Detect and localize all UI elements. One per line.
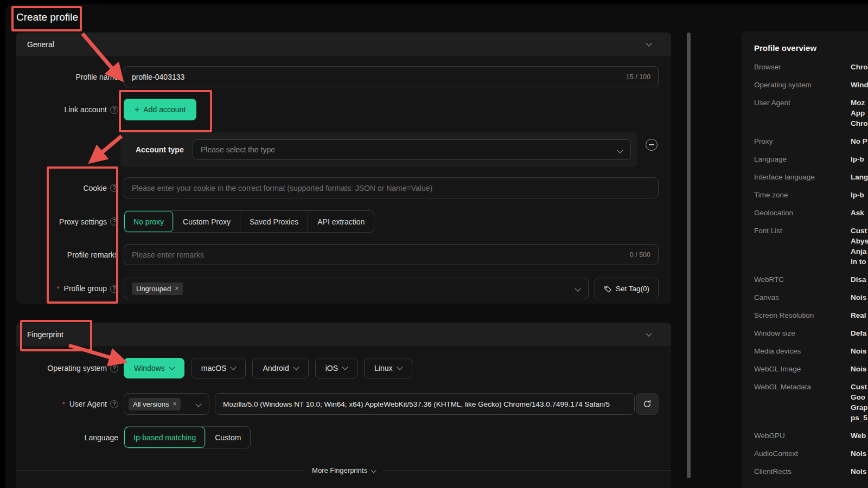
ua-versions-select[interactable]: All versions × (124, 393, 209, 415)
profile-name-input[interactable]: profile-0403133 15 / 100 (124, 66, 659, 87)
overview-row-label: Window size (754, 328, 851, 338)
overview-row-label: Time zone (754, 190, 851, 200)
required-asterisk: * (57, 285, 60, 293)
refresh-user-agent-button[interactable] (636, 393, 659, 415)
required-asterisk: * (62, 400, 65, 408)
profile-overview-rows: BrowserChroOperating systemWindUser Agen… (754, 62, 868, 477)
overview-row: Font ListCustAbysAnjain to (754, 226, 868, 267)
overview-row-value: Disa (851, 274, 866, 285)
language-tab-ip-based-matching[interactable]: Ip-based matching (124, 427, 206, 448)
user-agent-row: * User Agent ? All versions × Mozilla/5.… (16, 393, 671, 415)
os-button-label: iOS (326, 364, 338, 373)
os-button-windows[interactable]: Windows (124, 358, 184, 378)
remove-tag-icon[interactable]: × (173, 400, 176, 408)
os-button-label: Android (263, 364, 289, 373)
help-icon[interactable]: ? (110, 184, 118, 192)
more-fingerprints-row: More Fingerprints (16, 466, 671, 474)
chevron-down-icon (342, 364, 348, 370)
user-agent-input[interactable]: Mozilla/5.0 (Windows NT 10.0; Win64; x64… (215, 393, 635, 415)
remove-tag-icon[interactable]: × (175, 285, 178, 292)
add-account-button[interactable]: + + Add account Add account (124, 99, 196, 120)
overview-row: AudioContextNois (754, 448, 868, 459)
overview-row-label: Media devices (754, 346, 851, 356)
proxy-tab-api-extraction[interactable]: API extraction (308, 211, 374, 232)
overview-row-value: Web (851, 431, 866, 441)
help-icon[interactable]: ? (110, 285, 118, 293)
overview-row-value: CustAbysAnjain to (851, 226, 868, 267)
link-account-row: Link account ? + + Add account Add accou… (16, 99, 671, 120)
help-icon[interactable]: ? (110, 217, 118, 226)
profile-group-label: * Profile group ? (16, 284, 118, 293)
overview-row-label: Browser (754, 62, 851, 72)
proxy-settings-row: Proxy settings ? No proxyCustom ProxySav… (16, 210, 671, 233)
screen: Create profile General Profile name prof… (0, 0, 868, 488)
account-type-placeholder: Please select the type (201, 145, 275, 154)
overview-row-value: Nois (851, 448, 866, 459)
cookie-input[interactable]: Please enter your cookie in the correct … (124, 177, 659, 198)
os-button-android[interactable]: Android (252, 358, 308, 378)
account-type-select[interactable]: Please select the type (193, 139, 631, 160)
profile-group-select[interactable]: Ungrouped × (124, 278, 589, 299)
more-fingerprints-button[interactable]: More Fingerprints (304, 466, 383, 474)
overview-row-value: MozAppChro (851, 98, 868, 129)
overview-row-value: Ip-b (851, 190, 864, 200)
divider (383, 470, 671, 471)
profile-remarks-row: Profile remarks Please enter remarks 0 /… (16, 244, 671, 265)
overview-row-label: Proxy (754, 136, 851, 146)
overview-row: ProxyNo P (754, 136, 868, 146)
proxy-tab-custom-proxy[interactable]: Custom Proxy (174, 211, 240, 232)
overview-row-value: No P (851, 136, 867, 146)
overview-row: Media devicesNois (754, 346, 868, 356)
overview-row: WebGL MetadataCustGooGrapps_5 (754, 382, 868, 423)
language-label: Language (16, 433, 118, 442)
chevron-down-icon (397, 364, 403, 370)
os-button-linux[interactable]: Linux (364, 358, 412, 378)
operating-system-row: Operating system ? WindowsmacOSAndroidiO… (16, 358, 671, 378)
language-tab-group: Ip-based matchingCustom (124, 426, 251, 448)
overview-row: CanvasNois (754, 292, 868, 303)
overview-row-label: Font List (754, 226, 851, 267)
os-button-group: WindowsmacOSAndroidiOSLinux (124, 358, 412, 378)
language-tab-custom[interactable]: Custom (206, 427, 250, 448)
linked-account-panel: Account type Please select the type (120, 132, 637, 167)
profile-name-value: profile-0403133 (132, 73, 184, 81)
os-button-macos[interactable]: macOS (191, 358, 246, 378)
overview-row-label: WebGL Image (754, 364, 851, 374)
profile-name-label: Profile name (16, 73, 118, 81)
overview-row: BrowserChro (754, 62, 868, 72)
profile-remarks-input[interactable]: Please enter remarks 0 / 500 (124, 244, 659, 265)
profile-overview-panel: Profile overview BrowserChroOperating sy… (742, 31, 868, 488)
proxy-tab-no-proxy[interactable]: No proxy (124, 211, 174, 232)
page-title: Create profile (16, 11, 78, 23)
overview-row-value: Nois (851, 292, 866, 303)
chevron-down-icon (646, 40, 652, 46)
chevron-down-icon (646, 330, 652, 336)
profile-name-counter: 15 / 100 (626, 67, 650, 87)
overview-row: Screen ResolutionReal (754, 310, 868, 320)
os-button-ios[interactable]: iOS (315, 358, 358, 378)
overview-row-value: Defa (851, 328, 866, 338)
set-tag-button[interactable]: Set Tag(0) (595, 278, 659, 299)
remove-account-button[interactable] (646, 139, 658, 151)
profile-name-row: Profile name profile-0403133 15 / 100 (16, 66, 671, 87)
overview-row: GeolocationAsk (754, 208, 868, 218)
profile-remarks-counter: 0 / 500 (630, 245, 650, 265)
help-icon[interactable]: ? (110, 364, 118, 373)
overview-row: Operating systemWind (754, 80, 868, 90)
cookie-placeholder: Please enter your cookie in the correct … (132, 184, 432, 192)
help-icon[interactable]: ? (110, 400, 118, 408)
fingerprint-section-header[interactable]: Fingerprint (16, 323, 671, 346)
plus-icon: + (135, 105, 139, 114)
chevron-down-icon (617, 147, 623, 153)
chevron-down-icon (195, 401, 201, 407)
user-agent-label: * User Agent ? (16, 400, 118, 408)
proxy-tab-saved-proxies[interactable]: Saved Proxies (240, 211, 308, 232)
overview-row-value: Nois (851, 364, 866, 374)
user-agent-value: Mozilla/5.0 (Windows NT 10.0; Win64; x64… (223, 400, 610, 408)
vertical-scrollbar[interactable] (687, 33, 691, 478)
overview-row-label: AudioContext (754, 448, 851, 459)
general-section-header[interactable]: General (16, 33, 671, 56)
language-row: Language Ip-based matchingCustom (16, 426, 671, 448)
overview-row-label: Operating system (754, 80, 851, 90)
help-icon[interactable]: ? (110, 106, 118, 114)
